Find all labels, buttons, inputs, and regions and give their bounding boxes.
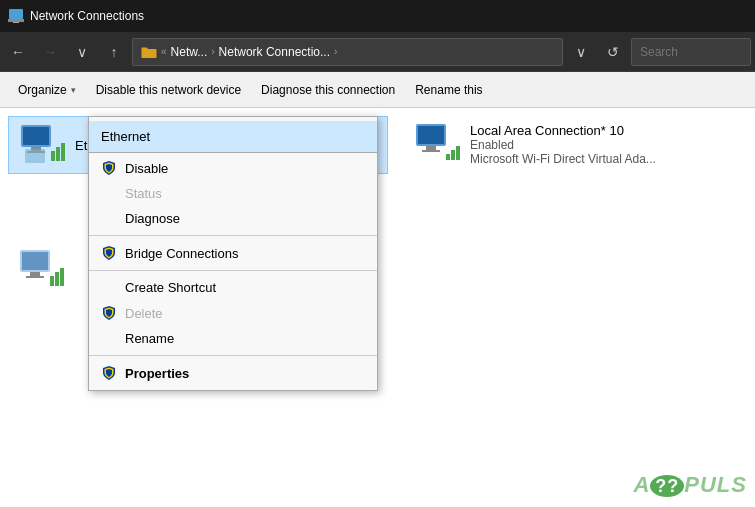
diagnose-connection-button[interactable]: Diagnose this connection [251,76,405,104]
organize-button[interactable]: Organize ▾ [8,76,86,104]
disable-device-button[interactable]: Disable this network device [86,76,251,104]
context-menu-item-diagnose[interactable]: Diagnose [89,206,377,231]
local-area-item[interactable]: Local Area Connection* 10 Enabled Micros… [404,116,747,172]
svg-rect-9 [51,151,55,161]
context-item-label-disable: Disable [125,161,168,176]
local-area-status: Enabled [470,138,656,152]
context-separator [89,270,377,271]
dropdown-button[interactable]: ∨ [68,38,96,66]
context-item-label-status: Status [125,186,162,201]
up-button[interactable]: ↑ [100,38,128,66]
window-title: Network Connections [30,9,144,23]
right-items-list: Local Area Connection* 10 Enabled Micros… [404,116,747,499]
context-item-label-rename: Rename [125,331,174,346]
svg-rect-0 [9,9,23,19]
context-menu-items: DisableStatusDiagnose Bridge Connections… [89,155,377,386]
watermark: A??PULS [633,467,747,499]
svg-rect-14 [22,252,48,270]
shield-icon [101,305,117,321]
svg-rect-17 [50,276,54,286]
context-menu: Ethernet DisableStatusDiagnose Bridge Co… [88,116,378,391]
path-folder-icon [141,46,157,58]
path-chevron-1: « [161,46,167,57]
back-button[interactable]: ← [4,38,32,66]
context-item-label-properties: Properties [125,366,189,381]
path-segment-1: Netw... [171,45,208,59]
shield-icon [101,160,117,176]
local-area-desc: Microsoft Wi-Fi Direct Virtual Ada... [470,152,656,166]
svg-rect-2 [13,22,19,23]
organize-label: Organize [18,83,67,97]
organize-chevron: ▾ [71,85,76,95]
context-menu-item-properties[interactable]: Properties [89,360,377,386]
svg-rect-12 [25,149,45,163]
toolbar: Organize ▾ Disable this network device D… [0,72,755,108]
context-item-label-bridge: Bridge Connections [125,246,238,261]
local-area-info: Local Area Connection* 10 Enabled Micros… [470,123,656,166]
svg-rect-19 [60,268,64,286]
context-separator [89,355,377,356]
context-menu-item-disable[interactable]: Disable [89,155,377,181]
second-network-icon [16,246,64,294]
svg-rect-10 [56,147,60,161]
svg-rect-15 [30,272,40,276]
ethernet-icon [17,121,65,169]
svg-rect-25 [451,150,455,160]
path-chevron-2: › [211,46,214,57]
shield-icon [101,245,117,261]
svg-rect-1 [8,19,24,22]
path-segment-2: Network Connectio... [219,45,330,59]
context-item-label-diagnose: Diagnose [125,211,180,226]
address-path[interactable]: « Netw... › Network Connectio... › [132,38,563,66]
window-icon [8,8,24,24]
context-menu-item-rename[interactable]: Rename [89,326,377,351]
local-area-name: Local Area Connection* 10 [470,123,656,138]
rename-button[interactable]: Rename this [405,76,492,104]
shield-icon [101,365,117,381]
search-input[interactable] [631,38,751,66]
svg-rect-18 [55,272,59,286]
title-bar: Network Connections [0,0,755,32]
context-item-label-shortcut: Create Shortcut [125,280,216,295]
expand-button[interactable]: ∨ [567,38,595,66]
svg-rect-22 [426,146,436,150]
svg-rect-24 [446,154,450,160]
address-bar: ← → ∨ ↑ « Netw... › Network Connectio...… [0,32,755,72]
local-area-icon [412,120,460,168]
main-content: Ethernet [0,108,755,507]
context-item-label-delete: Delete [125,306,163,321]
forward-button[interactable]: → [36,38,64,66]
context-menu-header: Ethernet [89,121,377,153]
context-menu-item-status: Status [89,181,377,206]
context-menu-item-bridge[interactable]: Bridge Connections [89,240,377,266]
context-separator [89,235,377,236]
context-menu-item-shortcut[interactable]: Create Shortcut [89,275,377,300]
svg-rect-6 [23,127,49,145]
path-chevron-3: › [334,46,337,57]
refresh-button[interactable]: ↺ [599,38,627,66]
svg-rect-26 [456,146,460,160]
svg-rect-4 [142,47,148,50]
svg-rect-21 [418,126,444,144]
context-menu-item-delete: Delete [89,300,377,326]
svg-rect-23 [422,150,440,152]
svg-rect-11 [61,143,65,161]
svg-rect-16 [26,276,44,278]
